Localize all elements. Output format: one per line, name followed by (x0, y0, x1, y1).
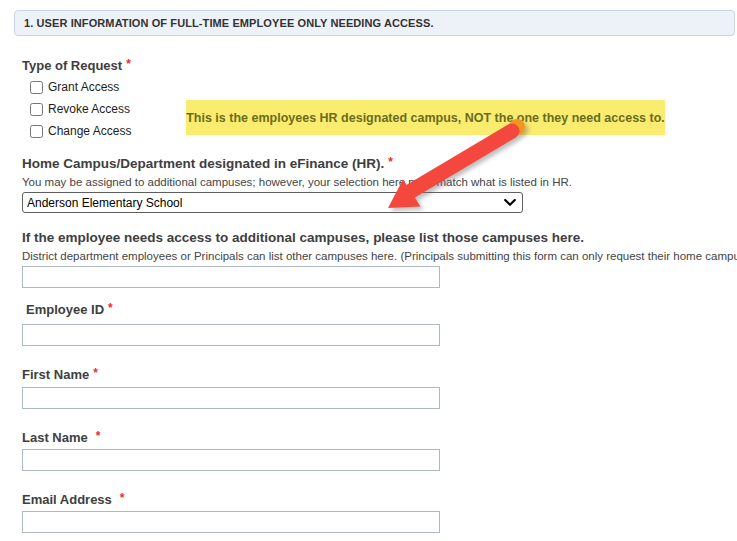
first-name-label: First Name* (22, 367, 98, 382)
required-asterisk: * (93, 366, 98, 380)
last-name-label: Last Name* (22, 430, 100, 445)
checkbox-row-change-access[interactable]: Change Access (30, 124, 131, 138)
access-request-form: 1. USER INFORMATION OF FULL-TIME EMPLOYE… (0, 0, 737, 541)
required-asterisk: * (108, 301, 113, 315)
last-name-label-text: Last Name (22, 430, 88, 445)
first-name-label-text: First Name (22, 367, 89, 382)
checkbox-row-revoke-access[interactable]: Revoke Access (30, 102, 130, 116)
additional-campuses-input[interactable] (22, 266, 440, 288)
home-campus-label: Home Campus/Department designated in eFi… (22, 156, 393, 171)
required-asterisk: * (126, 57, 131, 71)
email-address-label-text: Email Address (22, 492, 112, 507)
email-address-input[interactable] (22, 511, 440, 533)
first-name-input[interactable] (22, 387, 440, 409)
revoke-access-label: Revoke Access (48, 102, 130, 116)
hr-campus-note: This is the employees HR designated camp… (186, 100, 665, 135)
additional-campuses-label: If the employee needs access to addition… (22, 230, 584, 245)
email-address-label: Email Address* (22, 492, 125, 507)
last-name-input[interactable] (22, 449, 440, 471)
employee-id-label: Employee ID* (26, 302, 113, 317)
revoke-access-checkbox[interactable] (30, 103, 43, 116)
section-header: 1. USER INFORMATION OF FULL-TIME EMPLOYE… (14, 10, 735, 36)
home-campus-helper: You may be assigned to additional campus… (22, 176, 572, 188)
home-campus-select-wrap: Anderson Elementary School (22, 192, 523, 213)
employee-id-label-text: Employee ID (26, 302, 104, 317)
required-asterisk: * (120, 491, 125, 505)
change-access-checkbox[interactable] (30, 125, 43, 138)
additional-campuses-helper: District department employees or Princip… (22, 250, 737, 262)
checkbox-row-grant-access[interactable]: Grant Access (30, 80, 119, 94)
change-access-label: Change Access (48, 124, 131, 138)
home-campus-select[interactable]: Anderson Elementary School (22, 192, 523, 213)
home-campus-label-text: Home Campus/Department designated in eFi… (22, 156, 384, 171)
required-asterisk: * (96, 429, 101, 443)
grant-access-checkbox[interactable] (30, 81, 43, 94)
required-asterisk: * (388, 155, 393, 169)
type-of-request-label-text: Type of Request (22, 58, 122, 73)
employee-id-input[interactable] (22, 324, 440, 346)
grant-access-label: Grant Access (48, 80, 119, 94)
type-of-request-label: Type of Request* (22, 58, 131, 73)
